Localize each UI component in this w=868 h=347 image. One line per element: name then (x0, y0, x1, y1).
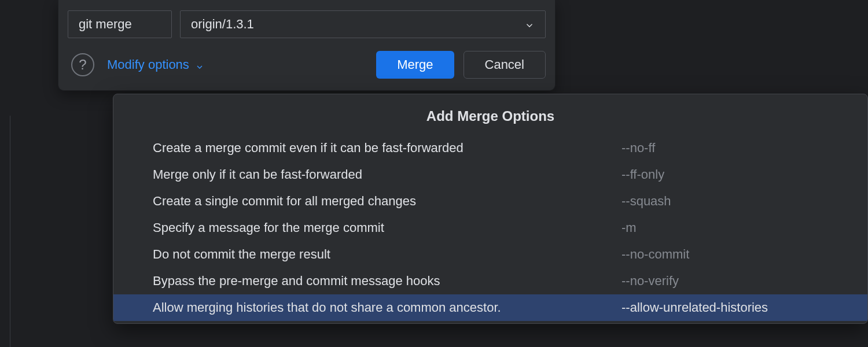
git-command-text: git merge (79, 17, 132, 32)
cancel-button-label: Cancel (485, 57, 524, 72)
option-flag: --no-verify (621, 274, 679, 289)
option-flag: --no-commit (621, 247, 689, 262)
merge-option-item[interactable]: Bypass the pre-merge and commit message … (113, 268, 867, 294)
option-description: Specify a message for the merge commit (153, 220, 621, 235)
branch-select[interactable]: origin/1.3.1 (180, 10, 546, 38)
option-description: Allow merging histories that do not shar… (153, 300, 621, 315)
modify-options-label: Modify options (107, 57, 189, 72)
option-flag: --no-ff (621, 141, 655, 156)
command-row: git merge origin/1.3.1 (68, 10, 546, 38)
option-description: Do not commit the merge result (153, 247, 621, 262)
actions-row: ? Modify options Merge Cancel (68, 51, 546, 79)
option-flag: --allow-unrelated-histories (621, 300, 768, 315)
branch-name: origin/1.3.1 (191, 17, 254, 32)
merge-option-item[interactable]: Allow merging histories that do not shar… (113, 294, 867, 321)
option-flag: -m (621, 220, 637, 235)
option-description: Create a single commit for all merged ch… (153, 194, 621, 209)
merge-option-item[interactable]: Specify a message for the merge commit-m (113, 215, 867, 241)
option-description: Bypass the pre-merge and commit message … (153, 274, 621, 289)
merge-option-item[interactable]: Merge only if it can be fast-forwarded--… (113, 161, 867, 188)
option-flag: --ff-only (621, 167, 664, 182)
merge-button-label: Merge (397, 57, 433, 72)
option-description: Create a merge commit even if it can be … (153, 141, 621, 156)
merge-options-popup: Add Merge Options Create a merge commit … (113, 94, 868, 324)
merge-button[interactable]: Merge (376, 51, 454, 79)
merge-option-item[interactable]: Do not commit the merge result--no-commi… (113, 241, 867, 268)
options-list: Create a merge commit even if it can be … (113, 135, 867, 323)
merge-option-item[interactable]: Create a merge commit even if it can be … (113, 135, 867, 161)
chevron-down-icon (195, 60, 204, 69)
sidebar-edge (0, 116, 10, 347)
help-icon[interactable]: ? (71, 53, 94, 76)
merge-dialog: git merge origin/1.3.1 ? Modify options … (58, 0, 556, 91)
git-command-label: git merge (68, 10, 172, 38)
chevron-down-icon (524, 19, 535, 29)
popup-title: Add Merge Options (113, 94, 867, 135)
cancel-button[interactable]: Cancel (464, 51, 546, 79)
help-glyph: ? (79, 57, 86, 73)
modify-options-link[interactable]: Modify options (107, 57, 204, 72)
merge-option-item[interactable]: Create a single commit for all merged ch… (113, 188, 867, 215)
option-description: Merge only if it can be fast-forwarded (153, 167, 621, 182)
option-flag: --squash (621, 194, 671, 209)
